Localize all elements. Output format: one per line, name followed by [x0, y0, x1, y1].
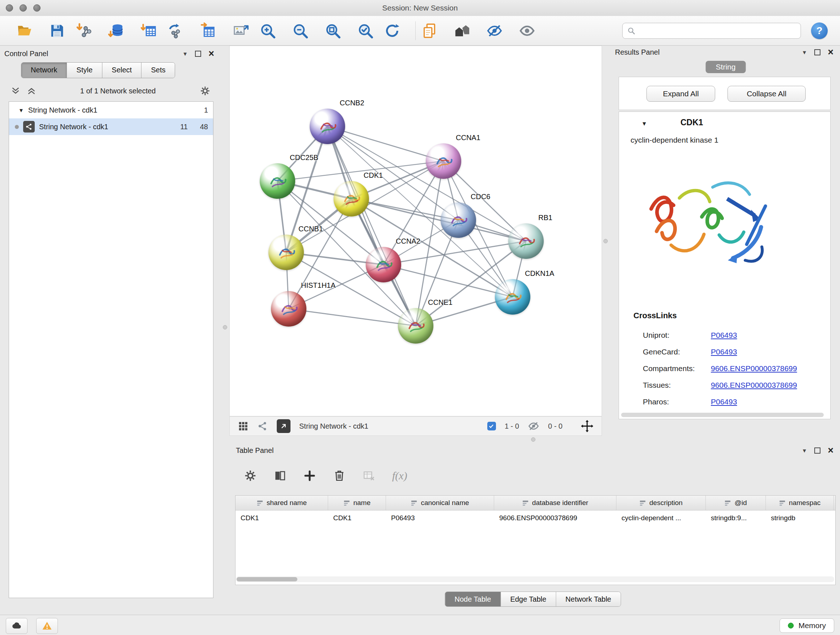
delete-column-trash-icon[interactable] — [333, 469, 346, 482]
results-horizontal-scrollbar[interactable] — [621, 413, 824, 417]
import-table-file-button[interactable] — [141, 21, 158, 41]
collapse-all-icon[interactable] — [11, 86, 20, 96]
network-edge-hist1h1a-ccne1[interactable] — [289, 309, 416, 326]
table-horizontal-scrollbar[interactable] — [236, 576, 834, 582]
search-field[interactable] — [622, 23, 801, 39]
open-in-window-icon — [279, 422, 287, 430]
node-structure-thumbnail — [339, 186, 364, 211]
network-node-hist1h1a[interactable] — [271, 291, 306, 326]
crosslink-link[interactable]: P06493 — [711, 397, 737, 406]
reset-layout-button[interactable] — [453, 21, 471, 41]
collapse-gene-icon[interactable]: ▼ — [641, 120, 647, 127]
save-session-button[interactable] — [49, 21, 66, 41]
create-column-plus-icon[interactable] — [303, 469, 316, 482]
expand-all-icon[interactable] — [27, 86, 36, 96]
column-header-namespac[interactable]: namespac — [766, 496, 834, 510]
close-panel-icon[interactable]: × — [208, 51, 214, 57]
crosslink-link[interactable]: 9606.ENSP00000378699 — [711, 381, 797, 390]
network-node-rb1[interactable] — [508, 223, 544, 259]
copy-button[interactable] — [421, 21, 438, 41]
network-overview-icon[interactable] — [257, 421, 268, 432]
network-node-cdc25b[interactable] — [260, 163, 295, 199]
zoom-selected-button[interactable] — [357, 21, 374, 41]
table-row[interactable]: CDK1CDK1P064939606.ENSP00000378699cyclin… — [235, 510, 835, 526]
string-tab[interactable]: String — [706, 61, 746, 73]
show-columns-icon[interactable] — [273, 469, 286, 482]
panel-menu-icon[interactable]: ▼ — [802, 448, 807, 454]
collapse-all-button[interactable]: Collapse All — [728, 86, 806, 102]
column-header-shared-name[interactable]: shared name — [235, 496, 328, 510]
network-collection-row[interactable]: ▼ String Network - cdk1 1 — [9, 102, 213, 119]
network-node-ccnb1[interactable] — [268, 234, 304, 270]
search-input[interactable] — [639, 26, 796, 35]
import-network-database-button[interactable] — [108, 21, 125, 41]
network-node-cdc6[interactable] — [441, 203, 476, 238]
network-node-ccna1[interactable] — [426, 143, 461, 179]
float-panel-icon[interactable] — [814, 49, 821, 55]
float-panel-icon[interactable] — [195, 51, 201, 57]
column-header-canonical-name[interactable]: canonical name — [386, 496, 494, 510]
gear-icon[interactable] — [200, 86, 210, 96]
tab-network-table[interactable]: Network Table — [556, 592, 621, 606]
crosslink-link[interactable]: P06493 — [711, 331, 737, 340]
cloud-status-button[interactable] — [6, 618, 27, 634]
import-network-file-button[interactable] — [75, 21, 93, 41]
splitter-handle[interactable] — [531, 437, 535, 442]
tab-node-table[interactable]: Node Table — [445, 592, 501, 606]
network-node-ccna2[interactable] — [366, 247, 401, 282]
zoom-out-button[interactable] — [292, 21, 309, 41]
float-panel-icon[interactable] — [814, 448, 821, 454]
panel-menu-icon[interactable]: ▼ — [802, 49, 807, 55]
tab-edge-table[interactable]: Edge Table — [501, 592, 556, 606]
tab-sets[interactable]: Sets — [141, 63, 175, 78]
network-row[interactable]: String Network - cdk1 11 48 — [9, 119, 213, 135]
scrollbar-thumb[interactable] — [237, 577, 297, 581]
selected-count-checkbox[interactable] — [487, 422, 496, 431]
network-edge-cdk1-rb1[interactable] — [351, 199, 526, 241]
network-edge-ccnb2-ccne1[interactable] — [327, 126, 416, 326]
export-table-button[interactable] — [200, 21, 217, 41]
export-network-button[interactable] — [167, 21, 185, 41]
column-header-name[interactable]: name — [328, 496, 386, 510]
open-session-button[interactable] — [16, 21, 33, 41]
splitter-handle[interactable] — [603, 239, 608, 243]
eye-gray-icon — [519, 22, 535, 39]
close-panel-icon[interactable]: × — [828, 49, 834, 55]
help-button[interactable]: ? — [811, 22, 828, 39]
zoom-in-button[interactable] — [259, 21, 276, 41]
tab-network[interactable]: Network — [21, 63, 67, 78]
crosslink-link[interactable]: 9606.ENSP00000378699 — [711, 364, 797, 373]
column-header-@id[interactable]: @id — [706, 496, 766, 510]
crosslink-link[interactable]: P06493 — [711, 348, 737, 356]
table-settings-gear-icon[interactable] — [244, 469, 257, 482]
node-structure-thumbnail — [513, 228, 538, 254]
refresh-view-button[interactable] — [384, 21, 401, 41]
network-node-ccne1[interactable] — [398, 308, 433, 344]
collection-expand-icon[interactable]: ▼ — [19, 107, 24, 113]
close-panel-icon[interactable]: × — [828, 448, 834, 454]
splitter-handle[interactable] — [223, 325, 227, 329]
pan-crosshair-icon[interactable] — [581, 420, 594, 432]
tab-style[interactable]: Style — [67, 63, 102, 78]
gene-header-row[interactable]: ▼ CDK1 — [619, 118, 830, 131]
export-image-button[interactable] — [232, 21, 249, 41]
network-view-canvas[interactable]: CCNB2CCNA1CDC25BCDK1CDC6RB1CCNB1CCNA2CDK… — [229, 46, 602, 416]
column-header-description[interactable]: description — [616, 496, 706, 510]
hide-graphics-details-button[interactable] — [486, 21, 503, 41]
column-header-database-identifier[interactable]: database identifier — [494, 496, 616, 510]
expand-all-button[interactable]: Expand All — [646, 86, 715, 102]
search-icon — [627, 27, 636, 35]
network-node-ccnb2[interactable] — [309, 109, 345, 144]
panel-menu-icon[interactable]: ▼ — [182, 51, 188, 57]
network-node-cdkn1a[interactable] — [495, 279, 531, 315]
show-graphics-details-button[interactable] — [518, 21, 536, 41]
tab-select[interactable]: Select — [103, 63, 142, 78]
network-node-cdk1[interactable] — [333, 181, 369, 217]
memory-button[interactable]: Memory — [780, 618, 834, 633]
detach-view-button[interactable] — [277, 419, 291, 433]
birds-eye-view-icon[interactable] — [238, 421, 248, 432]
gene-details-box: ▼ CDK1 cyclin-dependent kinase 1 CrossLi… — [619, 111, 831, 419]
network-edge-ccnb2-ccna1[interactable] — [327, 126, 444, 161]
zoom-fit-button[interactable] — [324, 21, 341, 41]
warnings-button[interactable] — [36, 618, 58, 634]
